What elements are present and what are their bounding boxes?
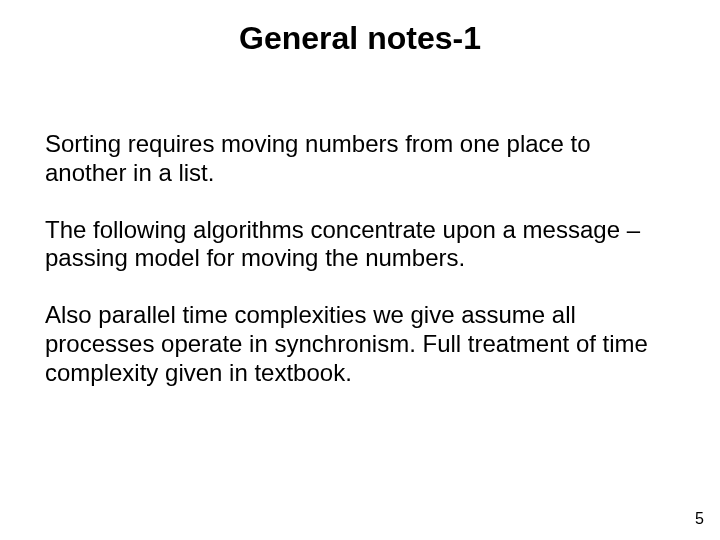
page-number: 5 xyxy=(695,510,704,528)
body-paragraph: The following algorithms concentrate upo… xyxy=(45,216,670,274)
slide-title: General notes-1 xyxy=(0,20,720,57)
slide-body: Sorting requires moving numbers from one… xyxy=(45,130,670,416)
slide: General notes-1 Sorting requires moving … xyxy=(0,0,720,540)
body-paragraph: Also parallel time complexities we give … xyxy=(45,301,670,387)
body-paragraph: Sorting requires moving numbers from one… xyxy=(45,130,670,188)
